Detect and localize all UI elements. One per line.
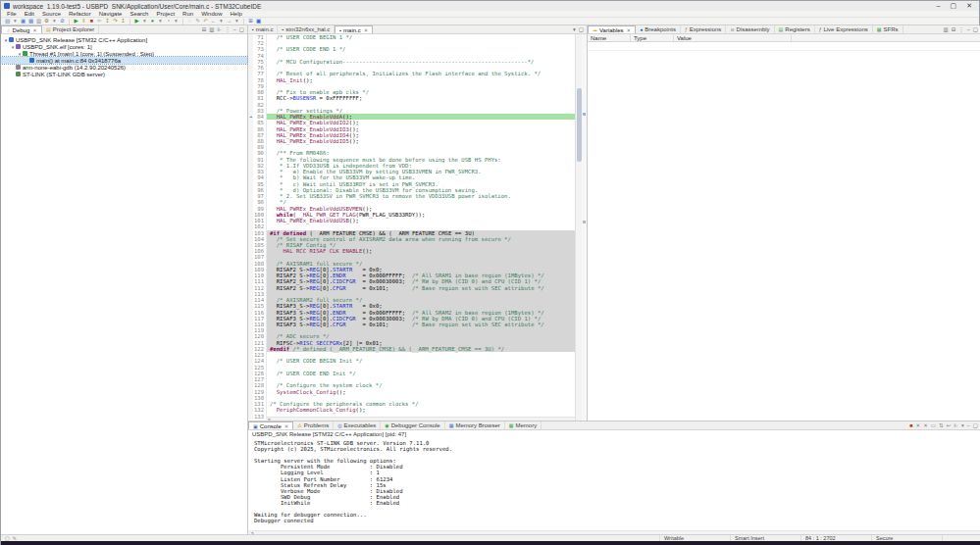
- console-tab-memory-browser[interactable]: ▦Memory Browser: [445, 421, 505, 429]
- debug-tree-item[interactable]: ST-LINK (ST-LINK GDB server): [1, 71, 247, 77]
- menu-navigate[interactable]: Navigate: [99, 11, 123, 17]
- close-button[interactable]: ✕: [966, 1, 972, 11]
- build-dropdown-icon[interactable]: ▾: [51, 18, 58, 25]
- new-dropdown-icon[interactable]: ▾: [12, 18, 19, 25]
- debug-tree-item[interactable]: main() at main.c:84 0x3418776a: [1, 57, 247, 64]
- editor-tab-main-c[interactable]: ▪main.c: [248, 25, 278, 33]
- minimize-button[interactable]: –: [937, 1, 941, 11]
- vars-tab-registers[interactable]: ▤Registers: [775, 25, 815, 33]
- console-tab-executables[interactable]: ◎Executables: [334, 421, 381, 429]
- maximize-view-icon[interactable]: ▢: [973, 26, 978, 32]
- remove-launch-icon[interactable]: ✕: [916, 422, 921, 428]
- collapse-all-icon[interactable]: ⊟: [952, 26, 956, 32]
- last-edit-icon[interactable]: ↶: [202, 18, 209, 25]
- console-output[interactable]: STMicroelectronics ST-LINK GDB server. V…: [248, 438, 980, 530]
- pin-icon[interactable]: ⊩: [217, 26, 222, 32]
- column-header-name[interactable]: Name: [588, 34, 631, 41]
- close-tab-icon[interactable]: ✕: [364, 27, 369, 33]
- menu-edit[interactable]: Edit: [25, 11, 34, 17]
- forward-dropdown-icon[interactable]: ▾: [233, 18, 240, 25]
- view-menu-icon[interactable]: ⋮: [225, 26, 231, 32]
- close-tab-icon[interactable]: ✕: [32, 27, 37, 33]
- editor-tab-main-c[interactable]: ▪main.c✕: [335, 25, 373, 33]
- step-into-icon[interactable]: ↧: [104, 18, 111, 25]
- console-tab-problems[interactable]: ⚠Problems: [293, 421, 334, 429]
- debug-tree-item[interactable]: ▾USBPD_SNK.elf [cores: 1]: [1, 43, 247, 50]
- terminate-icon[interactable]: ■: [88, 18, 95, 25]
- vars-tab-live-expressions[interactable]: ƒLive Expressions: [815, 25, 873, 33]
- skip-breakpoints-icon[interactable]: ⊘: [59, 18, 66, 25]
- save-icon[interactable]: ▣: [20, 18, 26, 25]
- debug-tree-item[interactable]: ▾Thread #1 [main] 1 [core: 1] (Suspended…: [1, 50, 247, 57]
- code-editor[interactable]: 71 /* USER CODE BEGIN 1 */7273 /* USER C…: [248, 34, 575, 421]
- vars-tab-expressions[interactable]: ƒExpressions: [681, 25, 726, 33]
- variables-table-body[interactable]: [588, 42, 980, 421]
- editor-view-menu-icon[interactable]: ▾: [573, 26, 576, 32]
- vars-tab-sfrs[interactable]: ▦SFRs: [873, 25, 903, 33]
- console-tab-console[interactable]: ▣Console✕: [248, 421, 293, 429]
- menu-source[interactable]: Source: [42, 11, 61, 17]
- editor-horizontal-scrollbar[interactable]: ◄: [267, 417, 575, 421]
- word-wrap-icon[interactable]: ↩: [947, 422, 952, 428]
- disconnect-icon[interactable]: ✂: [96, 18, 103, 25]
- back-dropdown-icon[interactable]: ▾: [218, 18, 225, 25]
- maximize-view-icon[interactable]: ▢: [239, 26, 244, 32]
- debug-dropdown-icon[interactable]: ▾: [157, 18, 164, 25]
- console-tab-debugger-console[interactable]: ◉Debugger Console: [381, 421, 444, 429]
- step-over-icon[interactable]: ↷: [112, 18, 119, 25]
- annotations-icon[interactable]: ✎: [194, 18, 201, 25]
- menu-run[interactable]: Run: [182, 11, 193, 17]
- minimize-view-icon[interactable]: –: [967, 422, 970, 428]
- profile-icon[interactable]: ◔: [165, 18, 172, 25]
- view-layout-icon[interactable]: ▥: [209, 26, 214, 32]
- step-return-icon[interactable]: ↥: [120, 18, 127, 25]
- editor-tab-stm32n6xx-hal-c[interactable]: ▪stm32n6xx_hal.c: [278, 25, 335, 33]
- menu-project[interactable]: Project: [156, 11, 175, 17]
- perspective-icon[interactable]: ⊞: [247, 18, 254, 25]
- debug-tree-item[interactable]: ▾USBPD_SNK Release [STM32 C/C++ Applicat…: [1, 36, 247, 43]
- minimize-view-icon[interactable]: –: [967, 26, 970, 32]
- minimize-view-icon[interactable]: –: [233, 26, 236, 32]
- vars-tab-variables[interactable]: ≔Variables✕: [588, 25, 636, 33]
- debug-icon[interactable]: ●: [149, 18, 156, 25]
- terminate-icon[interactable]: ■: [909, 422, 912, 428]
- scroll-lock-icon[interactable]: ⇅: [939, 422, 944, 428]
- pin-console-icon[interactable]: ⊩: [954, 422, 958, 428]
- menu-help[interactable]: Help: [230, 11, 241, 17]
- forward-icon[interactable]: →: [226, 18, 232, 25]
- console-tab-memory[interactable]: ▦Memory: [505, 421, 542, 429]
- resume-icon[interactable]: ▶: [73, 18, 79, 25]
- save-all-icon[interactable]: ▦: [27, 18, 34, 25]
- display-selected-icon[interactable]: ▾: [961, 422, 964, 428]
- debug-tab-debug[interactable]: ☼Debug✕: [1, 25, 42, 33]
- build-icon[interactable]: ⚙: [43, 18, 50, 25]
- maximize-view-icon[interactable]: ▢: [973, 422, 978, 428]
- print-icon[interactable]: ▥: [35, 18, 42, 25]
- run-icon[interactable]: ▶: [133, 18, 140, 25]
- collapse-all-icon[interactable]: ⊟: [202, 26, 207, 32]
- menu-search[interactable]: Search: [129, 11, 148, 17]
- column-header-type[interactable]: Type: [631, 34, 674, 41]
- view-menu-icon[interactable]: ⋮: [958, 26, 964, 32]
- overview-ruler[interactable]: [582, 34, 587, 421]
- editor-vertical-scrollbar[interactable]: [575, 34, 582, 421]
- search-icon[interactable]: ◌: [186, 18, 193, 25]
- new-icon[interactable]: ▤: [4, 18, 11, 25]
- remove-all-launches-icon[interactable]: ✕: [923, 422, 928, 428]
- menu-refactor[interactable]: Refactor: [69, 11, 91, 17]
- stm32-info-icon[interactable]: ▣: [255, 18, 262, 25]
- maximize-button[interactable]: ▢: [951, 1, 957, 11]
- suspend-icon[interactable]: ‖: [80, 18, 87, 25]
- editor-maximize-icon[interactable]: ▢: [579, 26, 584, 32]
- clear-console-icon[interactable]: ▭: [931, 422, 936, 428]
- profile-dropdown-icon[interactable]: ▾: [173, 18, 180, 25]
- column-header-value[interactable]: Value: [674, 34, 792, 41]
- show-columns-icon[interactable]: ▥: [943, 26, 948, 32]
- menu-file[interactable]: File: [7, 11, 17, 17]
- menu-window[interactable]: Window: [201, 11, 222, 17]
- debug-tab-project-explorer[interactable]: ▤Project Explorer: [42, 25, 99, 33]
- vars-tab-breakpoints[interactable]: ●Breakpoints: [636, 25, 681, 33]
- vars-tab-disassembly[interactable]: ≋Disassembly: [726, 25, 774, 33]
- back-icon[interactable]: ←: [210, 18, 217, 25]
- close-tab-icon[interactable]: ✕: [284, 423, 289, 429]
